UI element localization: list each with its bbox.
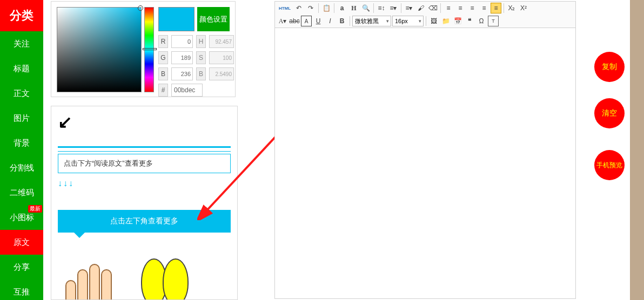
bold-button[interactable]: B [337, 16, 347, 26]
text-tool-button[interactable]: T [488, 16, 499, 26]
r-label: R [158, 35, 168, 48]
template-scroll-area[interactable]: ↙ 点击下方“阅读原文”查看更多 ↓↓↓ 点击左下角查看更多 [51, 106, 238, 300]
find-replace-button[interactable]: 🔍 [360, 3, 371, 13]
color-gradient[interactable] [57, 7, 142, 92]
editor-content-area[interactable] [275, 28, 575, 298]
fab-copy[interactable]: 复制 [594, 52, 625, 82]
separator-icon [350, 16, 350, 26]
video-button[interactable]: 📁 [440, 16, 451, 26]
hash-label: # [158, 84, 168, 97]
font-family-value: 微软雅黑 [355, 17, 379, 25]
b-label: B [158, 67, 168, 80]
format-button[interactable]: ≡▾ [388, 3, 399, 13]
template-blue-border-box[interactable]: 点击下方“阅读原文”查看更多 [58, 146, 231, 173]
heading-button[interactable]: H [348, 3, 359, 13]
sidebar-item-mutual[interactable]: 互推 [0, 279, 43, 300]
separator-icon [426, 16, 426, 26]
indent-button[interactable]: ≡▾ [404, 3, 414, 13]
badge-new: 最新 [28, 205, 42, 213]
align-justify-button[interactable]: ≡ [479, 3, 489, 13]
h-label: H [196, 35, 206, 48]
b2-input[interactable] [209, 67, 234, 80]
sidebar-label: 二维码 [10, 188, 34, 198]
align-right-button[interactable]: ≡ [467, 3, 478, 13]
separator-icon [401, 3, 401, 13]
separator-icon [440, 3, 441, 13]
underline-button[interactable]: U [313, 16, 324, 26]
omega-button[interactable]: Ω [476, 16, 487, 26]
b-input[interactable] [171, 67, 193, 80]
yellow-oval-icon [141, 258, 190, 300]
sidebar-label: 分割线 [10, 163, 34, 173]
h-input[interactable] [209, 35, 234, 48]
hue-indicator-icon[interactable] [143, 48, 157, 50]
sidebar-item-divider[interactable]: 分割线 [0, 155, 43, 180]
strike-button[interactable]: abc [289, 16, 300, 26]
template-blue-button[interactable]: 点击左下角查看更多 [58, 210, 231, 233]
sidebar-label: 正文 [14, 88, 30, 99]
bg-color-button[interactable]: A [301, 16, 312, 26]
hue-slider[interactable] [144, 7, 154, 92]
color-set-button[interactable]: 颜色设置 [197, 7, 230, 31]
editor-toolbar: HTML ↶ ↷ 📋 a H 🔍 ≡↕ ≡▾ ≡▾ 🖌 ⌫ ≡ ≡ ≡ ≡ ≡ … [275, 2, 575, 28]
sidebar-item-body[interactable]: 正文 [0, 81, 43, 106]
sidebar-label: 背景 [14, 138, 30, 148]
font-family-select[interactable]: 微软雅黑 [352, 16, 391, 26]
r-input[interactable] [171, 35, 193, 48]
sidebar-item-follow[interactable]: 关注 [0, 31, 43, 56]
superscript-button[interactable]: X² [518, 3, 529, 13]
sidebar-item-smallicon[interactable]: 最新小图标 [0, 205, 43, 230]
b2-label: B [196, 67, 206, 80]
sidebar-label: 互推 [14, 287, 30, 297]
separator-icon [334, 3, 334, 13]
undo-button[interactable]: ↶ [293, 3, 304, 13]
image-button[interactable]: 🖼 [428, 16, 439, 26]
sidebar-label: 原文 [14, 237, 30, 248]
font-color-button[interactable]: A▾ [277, 16, 288, 26]
sidebar-header: 分类 [0, 0, 43, 31]
template-text-box: 点击下方“阅读原文”查看更多 [58, 154, 231, 173]
font-size-value: 16px [395, 18, 408, 24]
eraser-button[interactable]: ⌫ [427, 3, 438, 13]
color-swatch [158, 7, 194, 31]
hand-icon [65, 258, 119, 300]
sidebar: 分类 关注 标题 正文 图片 背景 分割线 二维码 最新小图标 原文 分享 互推 [0, 0, 43, 300]
italic-button[interactable]: I [325, 16, 336, 26]
right-rail [630, 0, 644, 300]
s-input[interactable] [209, 51, 234, 64]
format-brush-button[interactable]: 🖌 [415, 3, 426, 13]
sidebar-item-original[interactable]: 原文 [0, 230, 43, 255]
rich-text-editor: HTML ↶ ↷ 📋 a H 🔍 ≡↕ ≡▾ ≡▾ 🖌 ⌫ ≡ ≡ ≡ ≡ ≡ … [274, 1, 576, 299]
arrow-down-left-icon[interactable]: ↙ [58, 112, 231, 132]
gradient-cursor-icon[interactable] [138, 5, 143, 11]
down-arrows-icon[interactable]: ↓↓↓ [58, 179, 231, 188]
align-center-button[interactable]: ≡ [455, 3, 466, 13]
sidebar-item-title[interactable]: 标题 [0, 56, 43, 81]
quote-button[interactable]: ❝ [464, 16, 475, 26]
align-left-button[interactable]: ≡ [443, 3, 454, 13]
sidebar-item-image[interactable]: 图片 [0, 106, 43, 131]
g-input[interactable] [171, 51, 193, 64]
sidebar-item-background[interactable]: 背景 [0, 131, 43, 155]
font-a-button[interactable]: a [337, 3, 347, 13]
line-height-button[interactable]: ≡↕ [376, 3, 387, 13]
separator-icon [318, 3, 319, 13]
fab-preview[interactable]: 手机预览 [594, 150, 625, 180]
separator-icon [504, 3, 504, 13]
date-button[interactable]: 📅 [452, 16, 463, 26]
sidebar-label: 关注 [14, 39, 30, 49]
template-cartoon-row[interactable] [58, 258, 231, 300]
sidebar-label: 分享 [14, 262, 30, 272]
align-active-button[interactable]: ≡ [491, 3, 501, 13]
sidebar-item-qrcode[interactable]: 二维码 [0, 180, 43, 205]
color-picker-panel: 颜色设置 R H G S B B # [51, 1, 236, 97]
subscript-button[interactable]: X₂ [506, 3, 517, 13]
paste-button[interactable]: 📋 [321, 3, 332, 13]
fab-clear[interactable]: 清空 [594, 98, 625, 128]
g-label: G [158, 51, 168, 64]
hex-input[interactable] [171, 84, 203, 97]
html-source-button[interactable]: HTML [277, 3, 292, 13]
sidebar-item-share[interactable]: 分享 [0, 255, 43, 279]
font-size-select[interactable]: 16px [392, 16, 424, 26]
redo-button[interactable]: ↷ [305, 3, 316, 13]
